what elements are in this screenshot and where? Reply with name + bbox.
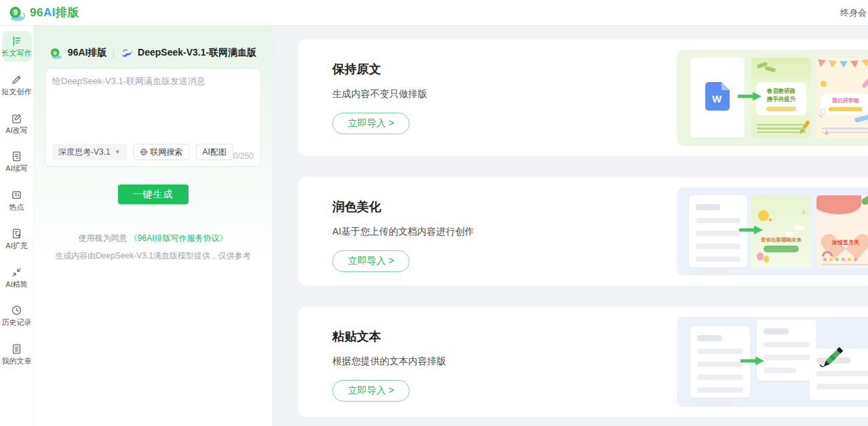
- sidebar-item-my-articles[interactable]: 我的文章: [2, 339, 32, 370]
- word-file-icon: W: [705, 82, 730, 113]
- poster-title: 我们开学啦: [822, 97, 868, 104]
- magnifier-decor: [821, 109, 826, 115]
- main-content: 保持原文 生成内容不变只做排版 立即导入 > W: [273, 26, 868, 426]
- sidebar-item-label: AI扩充: [5, 241, 27, 250]
- flower-decor: [758, 210, 769, 221]
- ai-image-toggle[interactable]: AI配图: [196, 144, 233, 160]
- deep-think-dropdown[interactable]: 深度思考-V3.1 ▼: [52, 144, 127, 160]
- card-desc: 根据您提供的文本内容排版: [332, 355, 446, 368]
- import-now-button[interactable]: 立即导入 >: [332, 113, 410, 134]
- import-now-button[interactable]: 立即导入 >: [332, 380, 410, 402]
- lifetime-member-link[interactable]: 终身会: [840, 7, 867, 19]
- card-title: 保持原文: [332, 61, 381, 77]
- sidebar-item-hot-topics[interactable]: 热点: [2, 185, 32, 216]
- card-title: 润色美化: [332, 199, 381, 215]
- logo-text: 96AI排版: [30, 5, 79, 20]
- card-keep-original: 保持原文 生成内容不变只做排版 立即导入 > W: [298, 39, 868, 156]
- sidebar: 长文写作 短文创作 AI改写 AI续写 热点 AI扩充 AI精简 历史记录: [0, 26, 34, 426]
- poster-body-text-lines: [757, 122, 806, 134]
- sidebar-item-label: AI续写: [5, 164, 27, 172]
- music-note-decor: ♪: [802, 208, 806, 216]
- leaf-decor: [861, 195, 868, 206]
- web-search-label: 联网搜索: [151, 147, 183, 158]
- clock-icon: [11, 305, 22, 316]
- poster-title-line: 携手共提升: [757, 95, 805, 103]
- word-doc-thumbnail: W: [690, 58, 745, 138]
- sidebar-item-ai-condense[interactable]: AI精简: [2, 263, 32, 293]
- svg-text:W: W: [712, 93, 722, 104]
- sidebar-item-ai-rewrite[interactable]: AI改写: [2, 109, 32, 139]
- agreement-line: 使用视为同意 《96AI排版写作服务协议》: [34, 233, 272, 244]
- poster-title: 音你出彩唱响未来: [751, 237, 811, 244]
- edit-square-icon: [11, 113, 22, 124]
- doc-arrow-icon: [11, 228, 22, 239]
- subtitle-pill: [766, 106, 796, 111]
- message-input[interactable]: [45, 69, 260, 131]
- poster-body-text-lines: [822, 262, 868, 266]
- arch-decor: [816, 195, 861, 214]
- card-paste-text: 粘贴文本 根据您提供的文本内容排版 立即导入 >: [298, 307, 868, 417]
- sidebar-item-short-writing[interactable]: 短文创作: [2, 70, 32, 100]
- brand-divider: |: [111, 47, 115, 58]
- import-now-button[interactable]: 立即导入 >: [332, 250, 410, 272]
- card-illustration: W 春启教研路 携手共提升: [677, 50, 868, 146]
- news-icon: [11, 189, 22, 201]
- poster-title: 浓情五月天: [816, 239, 868, 246]
- deep-think-label: 深度思考-V3.1: [58, 147, 111, 158]
- pen-icon: [812, 341, 849, 381]
- poster-body-text-lines: [822, 125, 868, 133]
- agreement-link[interactable]: 《96AI排版写作服务协议》: [130, 233, 228, 243]
- disclaimer-text: 生成内容由DeepSeek-V3.1满血版模型提供，仅供参考: [34, 250, 272, 262]
- cloud-decor: [793, 225, 804, 230]
- message-box: 深度思考-V3.1 ▼ 联网搜索 AI配图 0/250: [45, 68, 261, 167]
- transform-arrow-icon: [738, 92, 762, 104]
- top-bar: 9 96AI排版 终身会: [0, 0, 868, 26]
- svg-text:9: 9: [14, 8, 18, 16]
- deepseek-whale-icon: [120, 48, 133, 58]
- subtitle-pill: [764, 246, 799, 252]
- web-search-toggle[interactable]: 联网搜索: [133, 144, 190, 160]
- sidebar-item-history[interactable]: 历史记录: [2, 301, 32, 331]
- transform-arrow-icon: [739, 225, 764, 237]
- sidebar-item-label: 长文写作: [2, 49, 32, 57]
- char-counter: 0/250: [233, 151, 254, 161]
- sidebar-item-ai-expand[interactable]: AI扩充: [2, 224, 32, 254]
- ai-image-label: AI配图: [203, 147, 226, 158]
- generate-button[interactable]: 一键生成: [118, 185, 189, 204]
- sidebar-item-label: 热点: [9, 203, 24, 211]
- sidebar-item-label: 历史记录: [2, 318, 32, 326]
- poster-title-line: 春启教研路: [757, 87, 805, 95]
- composer-chips: 深度思考-V3.1 ▼ 联网搜索 AI配图: [52, 144, 233, 160]
- app-logo[interactable]: 9 96AI排版: [8, 4, 79, 22]
- pencil-decor: [861, 75, 868, 88]
- transform-arrow-icon: [741, 356, 765, 368]
- composer-model-label: DeepSeek-V3.1-联网满血版: [138, 47, 256, 59]
- pencil-icon: [11, 74, 22, 85]
- composer-brand-row: 9 96AI排版 | DeepSeek-V3.1-联网满血版: [34, 26, 272, 60]
- sun-decor: [821, 81, 827, 87]
- svg-text:9: 9: [54, 50, 57, 56]
- long-writing-icon: [11, 35, 22, 47]
- sidebar-item-label: 短文创作: [2, 88, 32, 96]
- sidebar-item-long-writing[interactable]: 长文写作: [2, 31, 32, 62]
- snail-logo-icon: 9: [50, 46, 63, 60]
- card-illustration: ♪ 音你出彩唱响未来 浓情五月天: [677, 187, 868, 275]
- composer-panel: 9 96AI排版 | DeepSeek-V3.1-联网满血版 深度思考-V3.1…: [34, 26, 273, 426]
- globe-icon: [140, 148, 148, 156]
- poster-school-opening: 我们开学啦 ★: [816, 58, 868, 138]
- sidebar-item-ai-continue[interactable]: AI续写: [2, 147, 32, 177]
- balloon-decor: [757, 252, 764, 260]
- doc-write-icon: [11, 151, 22, 162]
- compress-icon: [11, 267, 22, 278]
- sidebar-item-label: AI改写: [5, 126, 27, 134]
- leaf-decor: [764, 66, 776, 73]
- agreement-prefix: 使用视为同意: [78, 233, 127, 243]
- cloud-decor: [785, 232, 793, 237]
- card-desc: 生成内容不变只做排版: [332, 88, 427, 100]
- sidebar-item-label: 我的文章: [2, 357, 32, 365]
- card-desc: AI基于您上传的文档内容进行创作: [332, 226, 474, 238]
- poster-title-box: 春启教研路 携手共提升: [756, 82, 806, 115]
- flower-row-decor: [823, 258, 868, 261]
- file-icon: [11, 343, 22, 355]
- card-title: 粘贴文本: [332, 328, 381, 345]
